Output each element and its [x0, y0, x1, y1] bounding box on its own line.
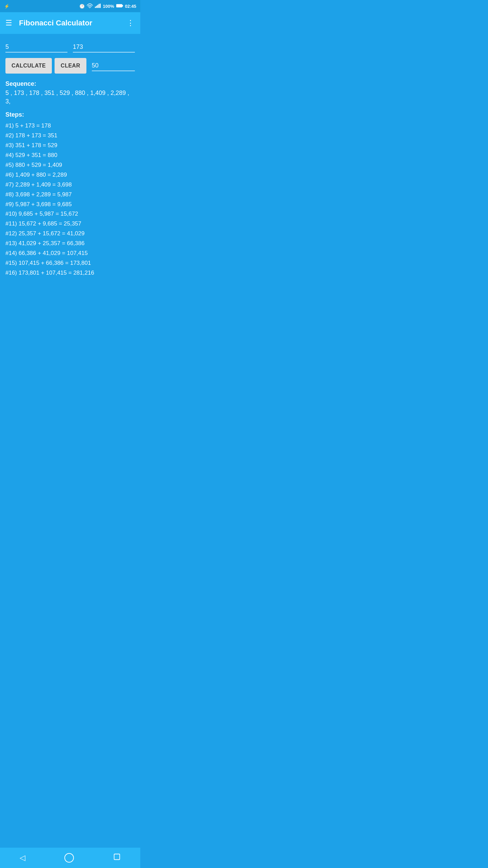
step-item: #13) 41,029 + 25,357 = 66,386 [5, 239, 135, 249]
clock-icon: 🕐 [79, 4, 85, 9]
step-item: #14) 66,386 + 41,029 = 107,415 [5, 249, 135, 258]
step-item: #6) 1,409 + 880 = 2,289 [5, 170, 135, 180]
more-options-icon[interactable]: ⋮ [127, 19, 135, 27]
step-item: #16) 173,801 + 107,415 = 281,216 [5, 268, 135, 278]
status-bar: ⚡ 🕐 100% [0, 0, 140, 12]
main-content: CALCULATE CLEAR Sequence: 5 , 173 , 178 … [0, 35, 140, 285]
battery-percent: 100% [103, 4, 114, 9]
svg-rect-7 [122, 5, 123, 6]
sequence-label: Sequence: [5, 80, 135, 87]
hamburger-menu-icon[interactable]: ☰ [5, 19, 12, 27]
step-item: #12) 25,357 + 15,672 = 41,029 [5, 229, 135, 239]
top-input-row [5, 42, 135, 53]
step-item: #3) 351 + 178 = 529 [5, 141, 135, 151]
step-item: #15) 107,415 + 66,386 = 173,801 [5, 258, 135, 268]
wifi-icon [87, 3, 93, 9]
status-left: ⚡ [4, 4, 9, 9]
second-number-input[interactable] [73, 42, 135, 53]
svg-rect-6 [116, 4, 122, 7]
step-item: #10) 9,685 + 5,987 = 15,672 [5, 209, 135, 219]
step-item: #5) 880 + 529 = 1,409 [5, 160, 135, 170]
second-input-group [73, 42, 135, 53]
svg-rect-4 [98, 4, 99, 8]
app-bar: ☰ Fibonacci Calculator ⋮ [0, 12, 140, 34]
battery-icon [116, 4, 123, 9]
app-title: Fibonacci Calculator [19, 19, 120, 27]
step-item: #1) 5 + 173 = 178 [5, 121, 135, 131]
step-item: #7) 2,289 + 1,409 = 3,698 [5, 180, 135, 190]
svg-rect-2 [96, 6, 97, 8]
controls-row: CALCULATE CLEAR [5, 58, 135, 74]
signal-icon [95, 3, 101, 9]
sequence-values: 5 , 173 , 178 , 351 , 529 , 880 , 1,409 … [5, 89, 135, 106]
first-number-input[interactable] [5, 42, 67, 53]
step-item: #9) 5,987 + 3,698 = 9,685 [5, 200, 135, 210]
svg-rect-3 [97, 5, 98, 8]
step-item: #11) 15,672 + 9,685 = 25,357 [5, 219, 135, 229]
step-item: #2) 178 + 173 = 351 [5, 131, 135, 141]
clear-button[interactable]: CLEAR [55, 58, 86, 74]
steps-label: Steps: [5, 111, 135, 118]
time-display: 02:45 [125, 4, 136, 9]
steps-list: #1) 5 + 173 = 178#2) 178 + 173 = 351#3) … [5, 121, 135, 278]
lightning-icon: ⚡ [4, 4, 9, 9]
calculate-button[interactable]: CALCULATE [5, 58, 52, 74]
third-input-group [92, 61, 135, 71]
first-input-group [5, 42, 67, 53]
result-section: Sequence: 5 , 173 , 178 , 351 , 529 , 88… [5, 80, 135, 278]
step-item: #4) 529 + 351 = 880 [5, 151, 135, 160]
third-number-input[interactable] [92, 61, 135, 71]
svg-rect-5 [100, 3, 101, 8]
status-right: 🕐 100% [79, 3, 137, 9]
button-group: CALCULATE CLEAR [5, 58, 86, 74]
svg-rect-1 [95, 6, 96, 8]
svg-point-0 [89, 7, 90, 8]
step-item: #8) 3,698 + 2,289 = 5,987 [5, 190, 135, 200]
